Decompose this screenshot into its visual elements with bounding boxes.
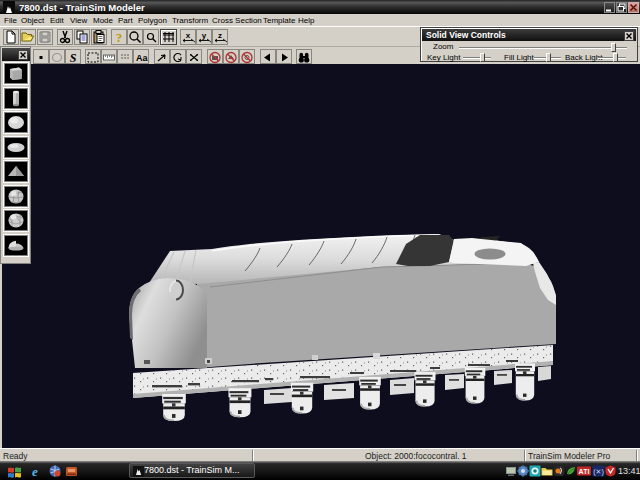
svg-text:ATI: ATI [579,468,590,475]
svg-text:z: z [218,31,222,40]
svg-text:x: x [186,31,191,40]
svg-text:(✕): (✕) [593,468,604,476]
svg-text:Aa: Aa [136,53,148,63]
svg-text:?: ? [116,30,123,44]
svg-text:y: y [202,31,207,40]
svg-text:e: e [32,465,38,478]
svg-text:S: S [70,51,77,64]
